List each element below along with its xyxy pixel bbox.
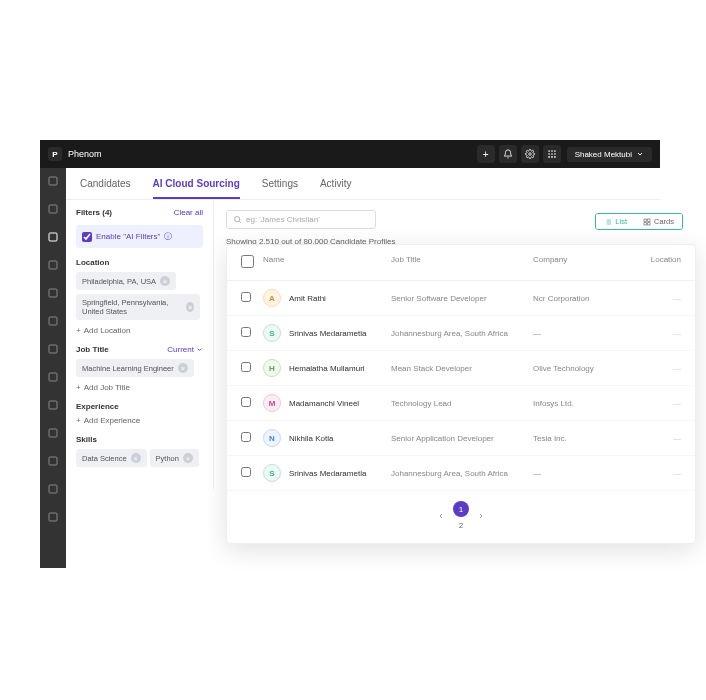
svg-rect-32: [648, 219, 650, 221]
svg-point-5: [551, 153, 553, 155]
avatar: N: [263, 429, 281, 447]
table-row[interactable]: HHemalatha MullamuriMean Stack Developer…: [227, 351, 695, 386]
location-chip: Springfield, Pennsylvania, United States…: [76, 294, 200, 320]
brand-icon: P: [48, 147, 62, 161]
tab-settings[interactable]: Settings: [262, 178, 298, 199]
rail-briefcase[interactable]: [46, 314, 60, 328]
avatar: H: [263, 359, 281, 377]
pager-prev[interactable]: [437, 512, 445, 522]
chip-remove[interactable]: ×: [178, 363, 188, 373]
ai-filters-toggle[interactable]: Enable "AI Filters" ⓘ: [76, 225, 203, 248]
candidate-name: Madamanchi Vineel: [289, 399, 359, 408]
svg-rect-18: [49, 401, 57, 409]
row-checkbox[interactable]: [241, 362, 251, 372]
svg-point-0: [528, 153, 531, 156]
candidate-company: Ncr Corporation: [533, 294, 623, 303]
tab-ai-cloud-sourcing[interactable]: AI Cloud Sourcing: [153, 178, 240, 199]
candidate-job: Johannesburg Area, South Africa: [391, 469, 533, 478]
select-all-checkbox[interactable]: [241, 255, 254, 268]
chip-remove[interactable]: ×: [186, 302, 194, 312]
add-experience-link[interactable]: +Add Experience: [76, 416, 203, 425]
rail-chat[interactable]: [46, 398, 60, 412]
svg-point-4: [548, 153, 550, 155]
clear-all-link[interactable]: Clear all: [174, 208, 203, 217]
location-filter-label: Location: [76, 258, 203, 267]
svg-rect-13: [49, 261, 57, 269]
results-table: List Cards Name Job Title Company: [226, 244, 696, 544]
svg-rect-34: [644, 222, 646, 224]
svg-rect-21: [49, 485, 57, 493]
job-title-scope[interactable]: Current: [167, 345, 203, 354]
candidate-company: —: [533, 469, 623, 478]
row-checkbox[interactable]: [241, 292, 251, 302]
tab-candidates[interactable]: Candidates: [80, 178, 131, 199]
ai-filters-label: Enable "AI Filters": [96, 232, 160, 241]
grid-icon: [643, 218, 651, 226]
candidate-company: Infosys Ltd.: [533, 399, 623, 408]
candidate-job: Johannesburg Area, South Africa: [391, 329, 533, 338]
experience-filter-label: Experience: [76, 402, 203, 411]
row-checkbox[interactable]: [241, 467, 251, 477]
search-placeholder: eg: 'James Christian': [246, 215, 320, 224]
add-location-link[interactable]: +Add Location: [76, 326, 203, 335]
avatar: S: [263, 464, 281, 482]
chip-remove[interactable]: ×: [160, 276, 170, 286]
candidate-job: Mean Stack Developer: [391, 364, 533, 373]
svg-rect-12: [49, 233, 57, 241]
table-row[interactable]: MMadamanchi VineelTechnology LeadInfosys…: [227, 386, 695, 421]
search-input[interactable]: eg: 'James Christian': [226, 210, 376, 229]
rail-cloud[interactable]: [46, 174, 60, 188]
tab-activity[interactable]: Activity: [320, 178, 352, 199]
svg-point-6: [554, 153, 556, 155]
filters-title: Filters (4): [76, 208, 112, 217]
rail-calendar[interactable]: [46, 230, 60, 244]
rail-card[interactable]: [46, 258, 60, 272]
apps-button[interactable]: [543, 145, 561, 163]
candidate-location: —: [623, 434, 681, 443]
rail-group[interactable]: [46, 426, 60, 440]
svg-point-3: [554, 150, 556, 152]
candidate-job: Senior Application Developer: [391, 434, 533, 443]
add-job-title-link[interactable]: +Add Job Title: [76, 383, 203, 392]
rail-folder[interactable]: [46, 482, 60, 496]
search-icon: [233, 215, 242, 224]
view-list-button[interactable]: List: [596, 214, 635, 229]
row-checkbox[interactable]: [241, 397, 251, 407]
ai-filters-checkbox[interactable]: [82, 232, 92, 242]
rail-tune[interactable]: [46, 370, 60, 384]
brand-name: Phenom: [68, 149, 102, 159]
info-icon[interactable]: ⓘ: [164, 231, 172, 242]
view-cards-button[interactable]: Cards: [635, 214, 682, 229]
rail-check[interactable]: [46, 510, 60, 524]
settings-button[interactable]: [521, 145, 539, 163]
pager-next[interactable]: [477, 512, 485, 522]
pager-page[interactable]: 2: [453, 517, 469, 533]
rail-user[interactable]: [46, 286, 60, 300]
notifications-button[interactable]: [499, 145, 517, 163]
rail-list[interactable]: [46, 342, 60, 356]
table-row[interactable]: NNikhila KotlaSenior Application Develop…: [227, 421, 695, 456]
col-name: Name: [263, 255, 391, 270]
svg-point-23: [235, 217, 240, 222]
rail-shield[interactable]: [46, 454, 60, 468]
add-button[interactable]: +: [477, 145, 495, 163]
job-title-chip: Machine Learning Engineer×: [76, 359, 194, 377]
candidate-location: —: [623, 399, 681, 408]
chip-remove[interactable]: ×: [131, 453, 141, 463]
svg-rect-16: [49, 345, 57, 353]
table-row[interactable]: AAmit RathiSenior Software DeveloperNcr …: [227, 281, 695, 316]
pager-page[interactable]: 1: [453, 501, 469, 517]
table-row[interactable]: SSrinivas MedarametlaJohannesburg Area, …: [227, 456, 695, 491]
rail-people[interactable]: [46, 202, 60, 216]
row-checkbox[interactable]: [241, 327, 251, 337]
candidate-name: Hemalatha Mullamuri: [289, 364, 365, 373]
candidate-company: Tesla Inc.: [533, 434, 623, 443]
row-checkbox[interactable]: [241, 432, 251, 442]
candidate-company: —: [533, 329, 623, 338]
user-name: Shaked Mektubi: [575, 150, 632, 159]
candidate-location: —: [623, 329, 681, 338]
skill-chip: Data Science×: [76, 449, 147, 467]
chip-remove[interactable]: ×: [183, 453, 193, 463]
user-menu[interactable]: Shaked Mektubi: [567, 147, 652, 162]
table-row[interactable]: SSrinivas MedarametlaJohannesburg Area, …: [227, 316, 695, 351]
